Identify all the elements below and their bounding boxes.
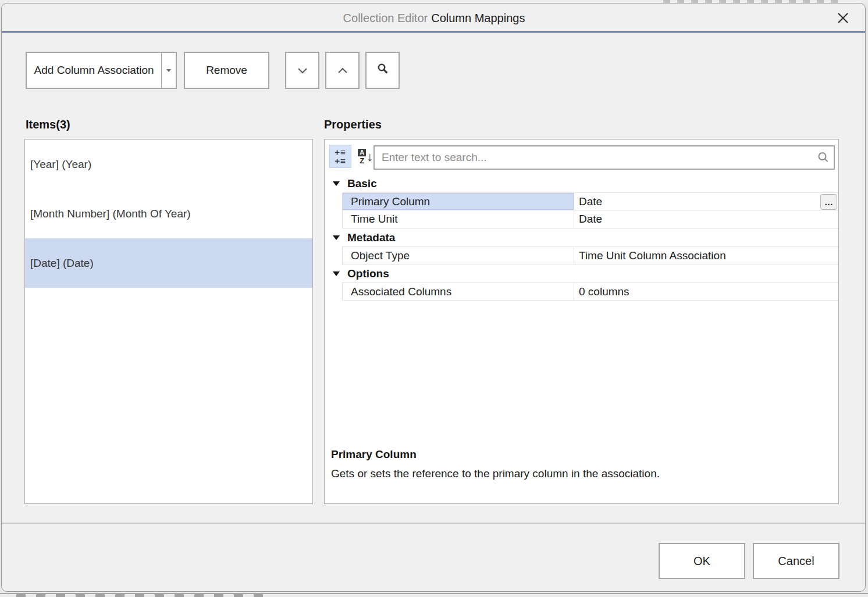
list-item[interactable]: [Year] (Year)	[25, 140, 312, 189]
add-column-association-split-button[interactable]: Add Column Association	[26, 52, 177, 89]
category-collapse-icon	[333, 181, 340, 186]
collection-editor-dialog: Collection Editor Column Mappings Add Co…	[1, 3, 866, 592]
magnifier-icon	[376, 63, 389, 78]
property-name[interactable]: Associated Columns	[343, 283, 574, 300]
category-label: Metadata	[347, 231, 395, 244]
property-value[interactable]: 0 columns	[574, 283, 838, 300]
category-collapse-icon	[333, 271, 340, 276]
properties-panel: +≡ +≡ A Z ↓	[324, 139, 839, 504]
property-row[interactable]: Primary ColumnDate…	[342, 192, 838, 210]
dialog-title: Collection Editor Column Mappings	[2, 3, 866, 33]
ok-button[interactable]: OK	[659, 543, 745, 579]
property-description-title: Primary Column	[331, 448, 830, 461]
items-header: Items(3)	[26, 118, 70, 131]
chevron-up-icon	[337, 64, 348, 77]
list-item[interactable]: [Month Number] (Month Of Year)	[25, 189, 312, 238]
category-row[interactable]: Metadata	[325, 228, 838, 246]
dropdown-arrow-icon	[166, 69, 171, 72]
add-column-association-button[interactable]: Add Column Association	[27, 53, 161, 88]
property-row[interactable]: Associated Columns0 columns	[342, 283, 838, 301]
property-grid: BasicPrimary ColumnDate…Time UnitDateMet…	[325, 174, 838, 301]
property-value[interactable]: Time Unit Column Association	[574, 247, 838, 264]
remove-button[interactable]: Remove	[184, 52, 269, 89]
cancel-button[interactable]: Cancel	[753, 543, 839, 579]
move-up-button[interactable]	[325, 52, 360, 89]
property-grid-toolbar: +≡ +≡ A Z ↓	[325, 140, 838, 172]
sort-arrow-icon: ↓	[367, 151, 373, 163]
move-down-button[interactable]	[285, 52, 319, 89]
property-row[interactable]: Object TypeTime Unit Column Association	[342, 246, 838, 264]
categorized-view-icon: +≡ +≡	[335, 148, 346, 165]
dialog-titlebar[interactable]: Collection Editor Column Mappings	[2, 3, 866, 33]
properties-header: Properties	[324, 118, 382, 131]
dialog-title-main: Column Mappings	[431, 12, 525, 25]
chevron-down-icon	[297, 64, 308, 77]
property-description: Primary Column Gets or sets the referenc…	[331, 448, 830, 480]
background-window-sliver-bottom	[0, 592, 868, 597]
find-button[interactable]	[365, 52, 400, 89]
sort-az-icon: A Z	[358, 149, 366, 165]
list-item[interactable]: [Date] (Date)	[25, 238, 312, 288]
close-icon	[835, 10, 851, 27]
category-collapse-icon	[333, 235, 340, 240]
category-label: Options	[347, 267, 389, 280]
category-label: Basic	[347, 177, 377, 190]
category-row[interactable]: Options	[325, 264, 838, 283]
property-value[interactable]: Date	[574, 193, 838, 210]
property-name[interactable]: Primary Column	[343, 193, 574, 210]
property-value[interactable]: Date	[574, 210, 838, 228]
categorized-view-button[interactable]: +≡ +≡	[329, 145, 351, 168]
property-name[interactable]: Object Type	[343, 247, 574, 264]
close-button[interactable]	[834, 9, 852, 28]
items-list[interactable]: [Year] (Year)[Month Number] (Month Of Ye…	[24, 139, 313, 504]
property-name[interactable]: Time Unit	[343, 210, 574, 228]
properties-search-input[interactable]	[373, 145, 835, 170]
dialog-title-prefix: Collection Editor	[343, 12, 428, 25]
property-description-text: Gets or sets the reference to the primar…	[331, 467, 830, 480]
add-column-association-dropdown[interactable]	[161, 53, 176, 88]
background-clipped-text	[16, 594, 266, 597]
ellipsis-button[interactable]: …	[820, 194, 837, 210]
property-row[interactable]: Time UnitDate	[342, 210, 838, 228]
footer-divider	[2, 523, 866, 524]
category-row[interactable]: Basic	[325, 174, 838, 192]
